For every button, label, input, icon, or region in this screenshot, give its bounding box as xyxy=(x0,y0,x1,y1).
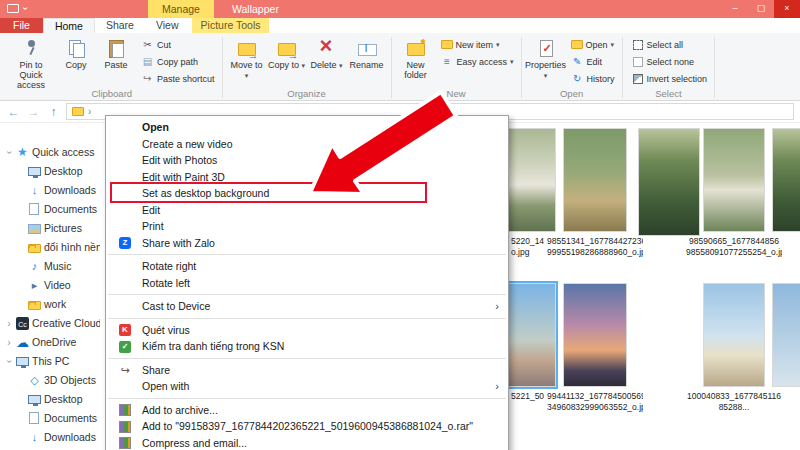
photo-thumbnail xyxy=(703,128,765,232)
sidebar-item-this-pc[interactable]: › This PC xyxy=(0,352,100,371)
up-button[interactable]: ↑ xyxy=(46,105,61,119)
expand-chevron-icon[interactable]: › xyxy=(4,314,14,333)
photo-thumbnail xyxy=(563,283,627,387)
title-bar: › Manage Wallapper – ▢ × xyxy=(0,0,800,18)
sidebar-item-label: 3D Objects xyxy=(44,374,96,386)
photo-thumbnail xyxy=(772,128,800,232)
sidebar-item-creative-cloud-files[interactable]: › Creative Cloud Files xyxy=(0,314,100,333)
quick-access-toolbar-chevron-icon[interactable]: › xyxy=(20,7,31,10)
menu-item-rotate-right[interactable]: Rotate right xyxy=(106,258,508,275)
file-tile[interactable]: 98551341_1677844272365214_68999551982868… xyxy=(563,128,627,258)
menu-item-open-with[interactable]: Open with › xyxy=(106,378,508,395)
sidebar-item-pictures[interactable]: Pictures xyxy=(0,219,100,238)
sidebar-item-desktop[interactable]: Desktop xyxy=(0,162,100,181)
open-folder-icon xyxy=(571,40,583,49)
3d-objects-icon: ◇ xyxy=(28,374,41,387)
file-tile[interactable]: 100040833_167784511685288... xyxy=(703,283,765,413)
menu-item-edit-with-paint-3d[interactable]: Edit with Paint 3D xyxy=(106,169,508,186)
sidebar-item-documents-2[interactable]: Documents xyxy=(0,409,100,428)
file-tile[interactable]: 99441132_1677845005698474_65349608329990… xyxy=(563,283,627,413)
menu-item-compress-and-email[interactable]: Compress and email... xyxy=(106,435,508,450)
file-tile[interactable]: 98590665_167784485698558091077255254_o.j… xyxy=(703,128,765,258)
tab-picture-tools[interactable]: Picture Tools xyxy=(192,18,270,33)
file-name: 100040833_167784511685288... xyxy=(686,391,782,413)
back-button[interactable]: ← xyxy=(6,105,21,119)
close-button[interactable]: × xyxy=(774,0,800,18)
easy-access-icon: ≡ xyxy=(441,56,454,67)
sidebar-item-video[interactable]: ▸ Video xyxy=(0,276,100,295)
menu-item-open[interactable]: Open xyxy=(106,119,508,136)
ribbon-group-open: Properties ▾ Open ▾ ✎ Edit ↻ History Ope… xyxy=(522,35,622,100)
menu-item-rotate-left[interactable]: Rotate left xyxy=(106,275,508,292)
sidebar-item-doi-hinh-nen-win[interactable]: đổi hình nền win xyxy=(0,238,100,257)
sidebar-item-label: Documents xyxy=(44,412,97,424)
menu-item-cast-to-device[interactable]: Cast to Device › xyxy=(106,298,508,315)
open-button[interactable]: Open ▾ xyxy=(568,36,618,53)
button-label: Open xyxy=(586,40,608,50)
paste-shortcut-button[interactable]: ↪ Paste shortcut xyxy=(138,70,218,87)
invert-selection-button[interactable]: Invert selection xyxy=(629,70,711,87)
menu-item-add-to-rar[interactable]: Add to "99158397_1677844202365221_501960… xyxy=(106,418,508,435)
menu-item-quet-virus[interactable]: Quét virus xyxy=(106,322,508,339)
sidebar-item-music[interactable]: ♪ Music xyxy=(0,257,100,276)
winrar-icon xyxy=(119,404,131,416)
sidebar-item-downloads[interactable]: ↓ Downloads xyxy=(0,181,100,200)
new-item-button[interactable]: New item ▾ xyxy=(438,36,517,53)
sidebar-item-label: Downloads xyxy=(44,431,96,443)
rename-button[interactable]: Rename xyxy=(347,36,387,72)
forward-button[interactable]: → xyxy=(26,105,41,119)
new-folder-button[interactable]: New folder xyxy=(396,36,436,82)
file-tile[interactable] xyxy=(772,128,800,236)
history-button[interactable]: ↻ History xyxy=(568,70,618,87)
button-label: Paste shortcut xyxy=(157,74,215,84)
tab-file[interactable]: File xyxy=(0,18,43,33)
file-tile[interactable] xyxy=(772,283,800,391)
sidebar-item-quick-access[interactable]: › ★ Quick access xyxy=(0,143,100,162)
minimize-button[interactable]: – xyxy=(722,0,748,18)
tab-view[interactable]: View xyxy=(145,18,190,33)
menu-item-share[interactable]: Share xyxy=(106,362,508,379)
file-tile[interactable] xyxy=(638,128,700,240)
copy-to-icon xyxy=(277,38,297,58)
menu-item-edit[interactable]: Edit xyxy=(106,202,508,219)
menu-item-kiem-tra-danh-tieng-ksn[interactable]: Kiểm tra danh tiếng trong KSN xyxy=(106,338,508,355)
copy-to-button[interactable]: Copy to ▾ xyxy=(267,36,307,73)
cut-button[interactable]: ✂ Cut xyxy=(138,36,218,53)
menu-item-edit-with-photos[interactable]: Edit with Photos xyxy=(106,152,508,169)
menu-item-set-as-desktop-background[interactable]: Set as desktop background xyxy=(106,185,508,202)
sidebar-item-label: work xyxy=(44,298,66,310)
select-all-button[interactable]: Select all xyxy=(629,36,711,53)
maximize-button[interactable]: ▢ xyxy=(748,0,774,18)
edit-button[interactable]: ✎ Edit xyxy=(568,53,618,70)
move-to-button[interactable]: Move to ▾ xyxy=(227,36,267,83)
contextual-tab-badge[interactable]: Manage xyxy=(148,0,214,18)
copy-button[interactable]: Copy xyxy=(56,36,96,72)
menu-item-share-with-zalo[interactable]: Share with Zalo xyxy=(106,235,508,252)
invert-selection-icon xyxy=(633,74,643,84)
button-label: Paste xyxy=(104,60,127,70)
sidebar-item-documents[interactable]: Documents xyxy=(0,200,100,219)
copy-path-button[interactable]: ▤ Copy path xyxy=(138,53,218,70)
expand-chevron-icon[interactable]: › xyxy=(4,333,14,352)
paste-button[interactable]: Paste xyxy=(96,36,136,72)
sidebar-item-work[interactable]: work xyxy=(0,295,100,314)
sidebar-item-3d-objects[interactable]: ◇ 3D Objects xyxy=(0,371,100,390)
tab-home[interactable]: Home xyxy=(43,18,95,33)
menu-separator xyxy=(108,294,506,295)
menu-item-print[interactable]: Print xyxy=(106,218,508,235)
easy-access-button[interactable]: ≡ Easy access ▾ xyxy=(438,53,517,70)
sidebar-item-desktop-2[interactable]: Desktop xyxy=(0,390,100,409)
menu-separator xyxy=(108,318,506,319)
delete-button[interactable]: Delete ▾ xyxy=(307,36,347,73)
properties-button[interactable]: Properties ▾ xyxy=(526,36,566,83)
pin-to-quick-access-button[interactable]: Pin to Quick access xyxy=(6,36,56,92)
menu-item-create-a-new-video[interactable]: Create a new video xyxy=(106,136,508,153)
sidebar-item-downloads-2[interactable]: ↓ Downloads xyxy=(0,428,100,447)
sidebar-item-label: Documents xyxy=(44,203,97,215)
submenu-arrow-icon: › xyxy=(495,378,499,395)
ribbon-group-organize: Move to ▾ Copy to ▾ Delete ▾ Rename Orga… xyxy=(223,35,391,100)
menu-item-add-to-archive[interactable]: Add to archive... xyxy=(106,402,508,419)
select-none-button[interactable]: Select none xyxy=(629,53,711,70)
sidebar-item-onedrive[interactable]: › ☁ OneDrive xyxy=(0,333,100,352)
tab-share[interactable]: Share xyxy=(95,18,145,33)
